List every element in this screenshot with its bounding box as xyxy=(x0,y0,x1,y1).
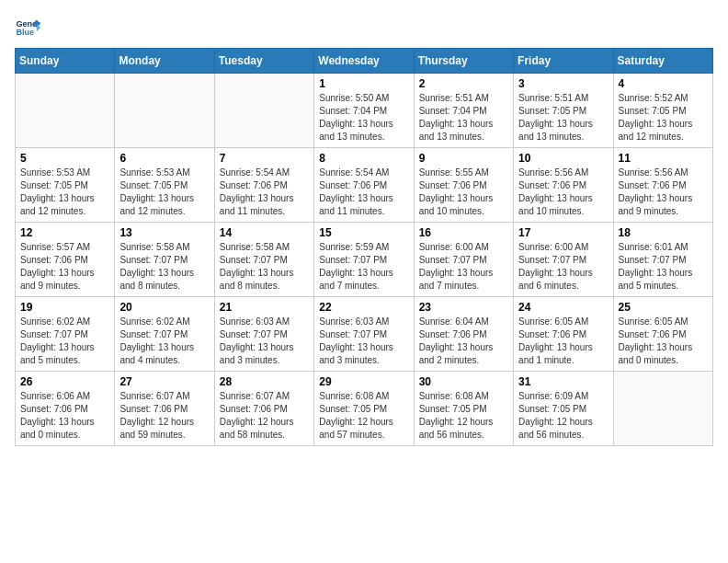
day-number: 15 xyxy=(319,226,408,239)
calendar-day-cell: 18Sunrise: 6:01 AM Sunset: 7:07 PM Dayli… xyxy=(613,223,712,297)
calendar-week-row: 26Sunrise: 6:06 AM Sunset: 7:06 PM Dayli… xyxy=(16,372,713,446)
day-number: 19 xyxy=(20,301,109,314)
calendar-week-row: 12Sunrise: 5:57 AM Sunset: 7:06 PM Dayli… xyxy=(16,223,713,297)
calendar-day-cell: 28Sunrise: 6:07 AM Sunset: 7:06 PM Dayli… xyxy=(214,372,313,446)
calendar-day-cell xyxy=(115,74,214,148)
day-info: Sunrise: 5:59 AM Sunset: 7:07 PM Dayligh… xyxy=(319,241,408,293)
calendar-day-cell: 25Sunrise: 6:05 AM Sunset: 7:06 PM Dayli… xyxy=(613,297,712,372)
header-sunday: Sunday xyxy=(16,49,115,74)
day-number: 6 xyxy=(119,152,209,165)
day-number: 16 xyxy=(419,226,508,239)
day-info: Sunrise: 5:50 AM Sunset: 7:04 PM Dayligh… xyxy=(319,92,408,144)
day-info: Sunrise: 6:02 AM Sunset: 7:07 PM Dayligh… xyxy=(20,316,109,367)
day-number: 24 xyxy=(518,301,608,314)
day-info: Sunrise: 5:54 AM Sunset: 7:06 PM Dayligh… xyxy=(319,167,408,218)
header-monday: Monday xyxy=(115,49,214,74)
calendar-week-row: 5Sunrise: 5:53 AM Sunset: 7:05 PM Daylig… xyxy=(16,148,713,223)
day-info: Sunrise: 6:08 AM Sunset: 7:05 PM Dayligh… xyxy=(419,390,508,442)
day-info: Sunrise: 6:02 AM Sunset: 7:07 PM Dayligh… xyxy=(119,316,209,367)
calendar-day-cell xyxy=(16,74,115,148)
day-info: Sunrise: 6:03 AM Sunset: 7:07 PM Dayligh… xyxy=(220,316,309,367)
calendar-day-cell: 30Sunrise: 6:08 AM Sunset: 7:05 PM Dayli… xyxy=(414,372,513,446)
logo-icon: General Blue xyxy=(15,15,40,40)
day-number: 27 xyxy=(119,375,209,388)
day-number: 22 xyxy=(319,301,408,314)
day-info: Sunrise: 6:09 AM Sunset: 7:05 PM Dayligh… xyxy=(518,390,608,442)
day-info: Sunrise: 6:08 AM Sunset: 7:05 PM Dayligh… xyxy=(319,390,408,442)
day-info: Sunrise: 6:00 AM Sunset: 7:07 PM Dayligh… xyxy=(518,241,608,293)
day-info: Sunrise: 6:07 AM Sunset: 7:06 PM Dayligh… xyxy=(220,390,309,442)
calendar-day-cell: 11Sunrise: 5:56 AM Sunset: 7:06 PM Dayli… xyxy=(613,148,712,223)
calendar-day-cell: 13Sunrise: 5:58 AM Sunset: 7:07 PM Dayli… xyxy=(115,223,214,297)
calendar-day-cell: 8Sunrise: 5:54 AM Sunset: 7:06 PM Daylig… xyxy=(314,148,414,223)
calendar-day-cell: 15Sunrise: 5:59 AM Sunset: 7:07 PM Dayli… xyxy=(314,223,414,297)
calendar-day-cell: 14Sunrise: 5:58 AM Sunset: 7:07 PM Dayli… xyxy=(214,223,313,297)
day-info: Sunrise: 5:55 AM Sunset: 7:06 PM Dayligh… xyxy=(419,167,508,218)
calendar-day-cell: 2Sunrise: 5:51 AM Sunset: 7:04 PM Daylig… xyxy=(414,74,513,148)
header-wednesday: Wednesday xyxy=(314,49,414,74)
day-number: 1 xyxy=(319,77,408,90)
day-info: Sunrise: 5:51 AM Sunset: 7:04 PM Dayligh… xyxy=(419,92,508,144)
calendar-day-cell: 6Sunrise: 5:53 AM Sunset: 7:05 PM Daylig… xyxy=(115,148,214,223)
day-number: 11 xyxy=(619,152,708,165)
day-info: Sunrise: 5:58 AM Sunset: 7:07 PM Dayligh… xyxy=(220,241,309,293)
calendar-day-cell: 22Sunrise: 6:03 AM Sunset: 7:07 PM Dayli… xyxy=(314,297,414,372)
day-number: 3 xyxy=(518,77,608,90)
day-number: 18 xyxy=(619,226,708,239)
day-info: Sunrise: 5:53 AM Sunset: 7:05 PM Dayligh… xyxy=(119,167,209,218)
day-number: 26 xyxy=(20,375,109,388)
day-info: Sunrise: 6:05 AM Sunset: 7:06 PM Dayligh… xyxy=(518,316,608,367)
calendar-day-cell: 19Sunrise: 6:02 AM Sunset: 7:07 PM Dayli… xyxy=(16,297,115,372)
calendar-day-cell xyxy=(613,372,712,446)
day-info: Sunrise: 5:52 AM Sunset: 7:05 PM Dayligh… xyxy=(619,92,708,144)
day-info: Sunrise: 5:56 AM Sunset: 7:06 PM Dayligh… xyxy=(518,167,608,218)
day-number: 17 xyxy=(518,226,608,239)
day-info: Sunrise: 5:53 AM Sunset: 7:05 PM Dayligh… xyxy=(20,167,109,218)
header-tuesday: Tuesday xyxy=(214,49,313,74)
day-number: 13 xyxy=(119,226,209,239)
day-number: 29 xyxy=(319,375,408,388)
day-number: 23 xyxy=(419,301,508,314)
calendar-day-cell xyxy=(214,74,313,148)
day-info: Sunrise: 6:06 AM Sunset: 7:06 PM Dayligh… xyxy=(20,390,109,442)
page-header: General Blue xyxy=(15,15,713,40)
calendar-day-cell: 31Sunrise: 6:09 AM Sunset: 7:05 PM Dayli… xyxy=(514,372,613,446)
day-number: 14 xyxy=(220,226,309,239)
day-info: Sunrise: 5:56 AM Sunset: 7:06 PM Dayligh… xyxy=(619,167,708,218)
day-info: Sunrise: 6:05 AM Sunset: 7:06 PM Dayligh… xyxy=(619,316,708,367)
calendar-day-cell: 3Sunrise: 5:51 AM Sunset: 7:05 PM Daylig… xyxy=(514,74,613,148)
day-number: 7 xyxy=(220,152,309,165)
day-info: Sunrise: 6:04 AM Sunset: 7:06 PM Dayligh… xyxy=(419,316,508,367)
day-number: 4 xyxy=(619,77,708,90)
calendar-week-row: 19Sunrise: 6:02 AM Sunset: 7:07 PM Dayli… xyxy=(16,297,713,372)
calendar-day-cell: 16Sunrise: 6:00 AM Sunset: 7:07 PM Dayli… xyxy=(414,223,513,297)
calendar-day-cell: 4Sunrise: 5:52 AM Sunset: 7:05 PM Daylig… xyxy=(613,74,712,148)
day-number: 8 xyxy=(319,152,408,165)
calendar-day-cell: 7Sunrise: 5:54 AM Sunset: 7:06 PM Daylig… xyxy=(214,148,313,223)
calendar-day-cell: 24Sunrise: 6:05 AM Sunset: 7:06 PM Dayli… xyxy=(514,297,613,372)
day-number: 12 xyxy=(20,226,109,239)
day-number: 9 xyxy=(419,152,508,165)
calendar-day-cell: 17Sunrise: 6:00 AM Sunset: 7:07 PM Dayli… xyxy=(514,223,613,297)
calendar-day-cell: 23Sunrise: 6:04 AM Sunset: 7:06 PM Dayli… xyxy=(414,297,513,372)
calendar-day-cell: 1Sunrise: 5:50 AM Sunset: 7:04 PM Daylig… xyxy=(314,74,414,148)
day-number: 30 xyxy=(419,375,508,388)
header-thursday: Thursday xyxy=(414,49,513,74)
day-info: Sunrise: 5:57 AM Sunset: 7:06 PM Dayligh… xyxy=(20,241,109,293)
day-info: Sunrise: 6:00 AM Sunset: 7:07 PM Dayligh… xyxy=(419,241,508,293)
calendar-week-row: 1Sunrise: 5:50 AM Sunset: 7:04 PM Daylig… xyxy=(16,74,713,148)
calendar-day-cell: 26Sunrise: 6:06 AM Sunset: 7:06 PM Dayli… xyxy=(16,372,115,446)
day-info: Sunrise: 5:54 AM Sunset: 7:06 PM Dayligh… xyxy=(220,167,309,218)
calendar-day-cell: 12Sunrise: 5:57 AM Sunset: 7:06 PM Dayli… xyxy=(16,223,115,297)
header-saturday: Saturday xyxy=(613,49,712,74)
day-number: 31 xyxy=(518,375,608,388)
day-number: 20 xyxy=(119,301,209,314)
calendar-day-cell: 20Sunrise: 6:02 AM Sunset: 7:07 PM Dayli… xyxy=(115,297,214,372)
day-number: 25 xyxy=(619,301,708,314)
day-info: Sunrise: 6:01 AM Sunset: 7:07 PM Dayligh… xyxy=(619,241,708,293)
day-info: Sunrise: 6:03 AM Sunset: 7:07 PM Dayligh… xyxy=(319,316,408,367)
calendar-day-cell: 9Sunrise: 5:55 AM Sunset: 7:06 PM Daylig… xyxy=(414,148,513,223)
calendar-day-cell: 10Sunrise: 5:56 AM Sunset: 7:06 PM Dayli… xyxy=(514,148,613,223)
day-info: Sunrise: 5:51 AM Sunset: 7:05 PM Dayligh… xyxy=(518,92,608,144)
svg-text:Blue: Blue xyxy=(16,28,34,37)
